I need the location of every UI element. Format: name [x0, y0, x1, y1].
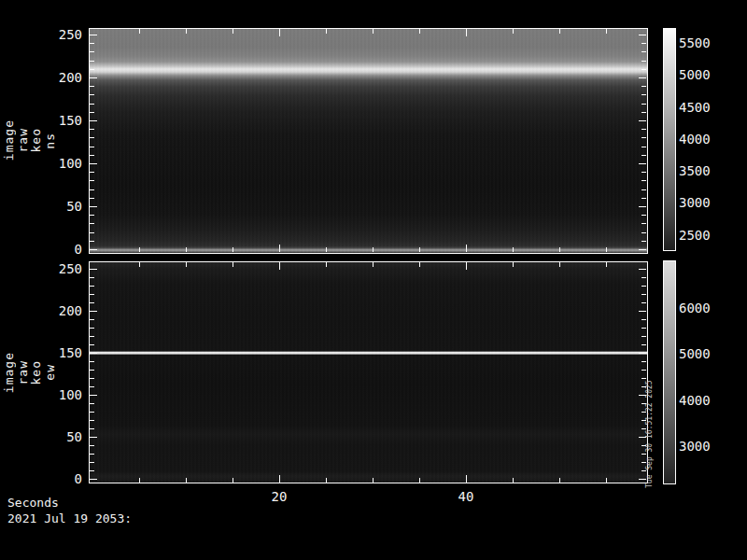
tick-mark	[641, 328, 646, 329]
tick-mark	[90, 147, 94, 147]
y-axis-title-text: keo	[29, 128, 43, 152]
tick-mark	[641, 277, 646, 278]
tick-mark	[90, 172, 94, 173]
tick-mark	[90, 361, 94, 362]
tick-mark	[641, 51, 646, 52]
tick-mark	[639, 395, 646, 396]
y-axis-title-text: image	[2, 119, 16, 161]
tick-mark	[90, 412, 94, 413]
tick-mark	[513, 478, 514, 483]
colorbar-tick-label: 6000	[679, 301, 726, 315]
tick-mark	[466, 475, 467, 483]
tick-mark	[90, 120, 97, 121]
tick-mark	[641, 94, 646, 95]
tick-mark	[641, 302, 646, 303]
tick-mark	[90, 294, 94, 295]
tick-mark	[139, 247, 140, 252]
colorbar-ns	[663, 28, 676, 251]
tick-mark	[233, 29, 233, 34]
tick-mark	[373, 262, 374, 267]
tick-mark	[641, 470, 646, 471]
x-axis-label: Seconds	[7, 496, 59, 510]
tick-mark	[90, 241, 94, 242]
tick-mark	[639, 120, 646, 121]
tick-mark	[233, 478, 233, 483]
tick-mark	[326, 262, 327, 267]
tick-mark	[233, 262, 233, 267]
tick-mark	[641, 189, 646, 190]
tick-mark	[639, 249, 646, 250]
colorbar-tick-label: 5500	[679, 35, 726, 50]
tick-mark	[186, 478, 187, 483]
tick-mark	[639, 77, 646, 78]
tick-mark	[641, 454, 646, 455]
tick-mark	[90, 311, 97, 312]
tick-mark	[90, 129, 94, 130]
tick-mark	[419, 478, 420, 483]
y-axis-title-text: ew	[43, 364, 57, 381]
tick-mark	[90, 43, 94, 44]
tick-mark	[513, 262, 514, 267]
tick-mark	[641, 69, 646, 70]
colorbar-tick-label: 4000	[679, 393, 726, 408]
tick-mark	[90, 35, 97, 35]
tick-mark	[90, 386, 94, 387]
tick-mark	[641, 412, 646, 413]
tick-mark	[186, 262, 187, 267]
tick-mark	[641, 198, 646, 199]
tick-mark	[90, 223, 94, 224]
tick-mark	[606, 478, 607, 483]
tick-mark	[90, 215, 94, 216]
tick-mark	[641, 361, 646, 362]
tick-mark	[279, 29, 280, 36]
tick-mark	[90, 137, 94, 138]
x-tick-label: 40	[451, 489, 481, 504]
x-axis-date-label: 2021 Jul 19 2053:	[7, 511, 132, 525]
colorbar-tick-label: 2500	[679, 228, 726, 243]
tick-mark	[641, 336, 646, 337]
tick-mark	[641, 129, 646, 130]
tick-mark	[641, 462, 646, 463]
tick-mark	[139, 29, 140, 34]
tick-mark	[641, 104, 646, 105]
y-axis-title-word: ns	[43, 28, 56, 253]
tick-mark	[641, 215, 646, 216]
tick-mark	[90, 155, 94, 156]
tick-mark	[641, 43, 646, 44]
tick-mark	[90, 445, 94, 446]
tick-mark	[641, 172, 646, 173]
colorbar-tick-label: 3000	[679, 195, 726, 210]
tick-mark	[90, 69, 94, 70]
tick-mark	[90, 420, 94, 421]
tick-mark	[90, 470, 94, 471]
tick-mark	[90, 206, 97, 207]
colorbar-tick-label: 3000	[679, 439, 726, 454]
tick-mark	[641, 370, 646, 371]
colorbar-tick-label: 5000	[679, 67, 726, 82]
tick-mark	[639, 311, 646, 312]
tick-mark	[639, 479, 646, 480]
tick-mark	[326, 247, 327, 252]
tick-mark	[641, 386, 646, 387]
colorbar-tick-label: 3500	[679, 163, 726, 178]
tick-mark	[641, 294, 646, 295]
tick-mark	[641, 112, 646, 113]
tick-mark	[186, 247, 187, 252]
tick-mark	[419, 262, 420, 267]
tick-mark	[90, 232, 94, 233]
tick-mark	[326, 478, 327, 483]
tick-mark	[639, 35, 646, 35]
tick-mark	[559, 247, 560, 252]
tick-mark	[641, 286, 646, 287]
tick-mark	[373, 247, 374, 252]
y-axis-title-word: raw	[16, 261, 29, 483]
tick-mark	[559, 29, 560, 34]
tick-mark	[90, 189, 94, 190]
tick-mark	[90, 77, 97, 78]
tick-mark	[641, 180, 646, 181]
tick-mark	[639, 437, 646, 438]
tick-mark	[419, 29, 420, 34]
tick-mark	[606, 262, 607, 267]
tick-mark	[639, 163, 646, 164]
tick-mark	[90, 462, 94, 463]
